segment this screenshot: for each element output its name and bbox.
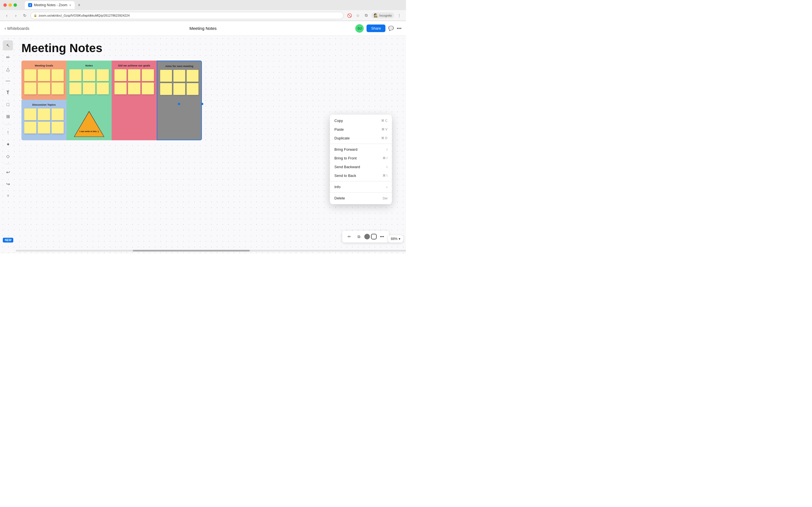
- triangle-text[interactable]: I can write in this :): [80, 130, 99, 133]
- aims-lower-board[interactable]: [157, 100, 202, 140]
- new-tab-button[interactable]: +: [76, 2, 83, 8]
- menu-item-bring-to-front[interactable]: Bring to Front ⌘ /: [330, 154, 392, 163]
- comments-icon[interactable]: 💬: [388, 25, 394, 31]
- selection-handle-top[interactable]: [178, 103, 180, 105]
- achieve-lower-board[interactable]: [112, 100, 157, 140]
- more-menu-icon[interactable]: •••: [397, 26, 402, 31]
- zoom-control[interactable]: 88% ▾: [388, 235, 403, 242]
- copy-tool-button[interactable]: ⧉: [355, 232, 363, 241]
- sticky-note[interactable]: [83, 82, 95, 94]
- frames-tool-button[interactable]: ⊞: [3, 111, 13, 121]
- menu-item-duplicate[interactable]: Duplicate ⌘ D: [330, 134, 392, 143]
- achieve-goals-board[interactable]: Did we achieve our goals: [112, 61, 157, 100]
- menu-item-copy[interactable]: Copy ⌘ C: [330, 116, 392, 125]
- sticky-note[interactable]: [114, 69, 126, 81]
- sticky-note[interactable]: [128, 82, 140, 94]
- sticky-note[interactable]: [52, 69, 64, 81]
- sticky-note[interactable]: [173, 70, 185, 82]
- sticky-note[interactable]: [97, 82, 109, 94]
- meeting-goals-board[interactable]: Meeting Goals: [21, 61, 66, 100]
- menu-divider-1: [330, 144, 392, 144]
- select-tool-button[interactable]: ↖: [3, 40, 13, 50]
- sticky-note[interactable]: [142, 69, 154, 81]
- browser-titlebar: Z Meeting Notes - Zoom ✕ +: [0, 0, 406, 10]
- notes-board[interactable]: Notes: [66, 61, 112, 100]
- camera-off-icon[interactable]: 🚫: [346, 12, 353, 19]
- whiteboard-title[interactable]: Meeting Notes: [21, 41, 202, 55]
- sticky-note[interactable]: [187, 83, 199, 95]
- more-options-icon[interactable]: ⋮: [396, 12, 403, 19]
- user-avatar[interactable]: DJ: [355, 24, 364, 33]
- share-button[interactable]: Share: [366, 24, 386, 32]
- sticky-note[interactable]: [173, 83, 185, 95]
- more-options-button[interactable]: •••: [378, 232, 386, 241]
- sticky-note[interactable]: [24, 122, 36, 133]
- sticky-note[interactable]: [160, 83, 172, 95]
- text-tool-button[interactable]: T: [3, 88, 13, 98]
- rectangle-tool-button[interactable]: □: [3, 100, 13, 110]
- menu-item-paste[interactable]: Paste ⌘ V: [330, 125, 392, 134]
- edit-tool-button[interactable]: ✏: [345, 232, 354, 241]
- scroll-thumb[interactable]: [133, 250, 250, 251]
- back-navigation[interactable]: ‹ Whiteboards: [4, 26, 29, 31]
- toolbar-divider-2: [4, 164, 11, 164]
- grid-button[interactable]: ⠿: [3, 191, 13, 201]
- sticky-note[interactable]: [38, 69, 50, 81]
- sticky-note[interactable]: [160, 70, 172, 82]
- sticky-note[interactable]: [52, 82, 64, 94]
- eraser-tool-button[interactable]: ◇: [3, 151, 13, 161]
- bookmark-icon[interactable]: ☆: [354, 12, 361, 19]
- triangle-board[interactable]: I can write in this :): [66, 100, 112, 140]
- minimize-window-button[interactable]: [8, 3, 12, 7]
- sticky-note[interactable]: [24, 108, 36, 120]
- line-tool-button[interactable]: —: [3, 76, 13, 86]
- sticky-note[interactable]: [38, 108, 50, 120]
- split-view-icon[interactable]: ⧉: [363, 12, 370, 19]
- menu-item-delete[interactable]: Delete Del: [330, 194, 392, 203]
- sticky-note[interactable]: [128, 69, 140, 81]
- copy-label: Copy: [335, 119, 343, 123]
- menu-item-info[interactable]: Info ›: [330, 182, 392, 191]
- browser-tab-active[interactable]: Z Meeting Notes - Zoom ✕: [25, 1, 75, 9]
- sticky-note[interactable]: [69, 69, 82, 81]
- horizontal-scrollbar[interactable]: [16, 250, 406, 251]
- menu-item-send-to-back[interactable]: Send to Back ⌘ \: [330, 171, 392, 180]
- sticky-note[interactable]: [38, 82, 50, 94]
- shapes-tool-button[interactable]: △: [3, 64, 13, 74]
- send-backward-shortcut: \: [387, 165, 388, 169]
- sticky-note[interactable]: [24, 69, 36, 81]
- back-button[interactable]: ‹: [3, 12, 10, 19]
- sticky-note[interactable]: [24, 82, 36, 94]
- border-color-button[interactable]: [371, 234, 377, 239]
- reload-button[interactable]: ↻: [21, 12, 28, 19]
- canvas-inner: Meeting Notes Meeting Goals: [21, 41, 202, 140]
- pen-tool-button[interactable]: ✏: [3, 52, 13, 62]
- upload-tool-button[interactable]: ↑: [3, 127, 13, 137]
- fill-color-button[interactable]: [364, 234, 370, 239]
- selection-handle-top-right[interactable]: [201, 103, 203, 105]
- aims-board[interactable]: Aims for next meeting: [157, 61, 202, 100]
- sticky-note[interactable]: [114, 82, 126, 94]
- sticky-note[interactable]: [52, 122, 64, 133]
- sticky-note[interactable]: [69, 82, 82, 94]
- app-header: ‹ Whiteboards Meeting Notes DJ Share 💬 •…: [0, 21, 406, 36]
- menu-item-send-backward[interactable]: Send Backward \: [330, 163, 392, 171]
- sticky-note[interactable]: [52, 108, 64, 120]
- sticky-note[interactable]: [142, 82, 154, 94]
- close-window-button[interactable]: [3, 3, 7, 7]
- forward-button[interactable]: ›: [12, 12, 19, 19]
- address-bar[interactable]: 🔒 zoom.us/wb/doc/_GzqzfVOSlKu9apIdkkuMQ/…: [31, 12, 344, 19]
- redo-button[interactable]: ↪: [3, 179, 13, 189]
- maximize-window-button[interactable]: [13, 3, 17, 7]
- menu-item-bring-forward[interactable]: Bring Forward /: [330, 145, 392, 154]
- sticky-note[interactable]: [83, 69, 95, 81]
- duplicate-label: Duplicate: [335, 136, 350, 140]
- sticky-note[interactable]: [97, 69, 109, 81]
- tab-close-button[interactable]: ✕: [69, 4, 71, 7]
- undo-button[interactable]: ↩: [3, 167, 13, 177]
- ai-tool-button[interactable]: ✦: [3, 139, 13, 149]
- sticky-note[interactable]: [38, 122, 50, 133]
- sticky-note[interactable]: [187, 70, 199, 82]
- discussion-board[interactable]: Discussion Topics: [21, 100, 66, 140]
- tab-favicon: Z: [28, 3, 32, 7]
